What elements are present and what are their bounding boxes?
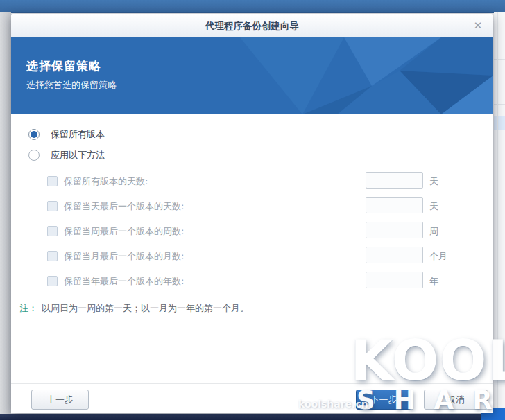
background-right-strip (494, 12, 505, 414)
radio-apply-methods[interactable]: 应用以下方法 (28, 149, 105, 161)
rule-label: 保留所有版本的天数: (64, 175, 148, 188)
page-subtitle: 选择您首选的保留策略 (26, 79, 117, 91)
rule-unit: 年 (429, 275, 438, 288)
rule-value-input[interactable] (366, 172, 423, 189)
cancel-button[interactable]: 取消 (424, 390, 488, 410)
rule-unit: 个月 (429, 250, 447, 263)
wizard-dialog: 代理程序备份创建向导 ✕ 选择保留策略 选择您首选的保留策略 保留所有版本 应用… (11, 14, 493, 413)
rule-value-input[interactable] (366, 272, 423, 288)
step-banner: 选择保留策略 选择您首选的保留策略 (11, 37, 493, 114)
checkbox-icon[interactable] (47, 176, 58, 186)
background-window-top-strip (0, 0, 505, 13)
rule-label: 保留当天最后一个版本的天数: (64, 200, 184, 213)
radio-icon[interactable] (28, 150, 40, 161)
radio-keep-all-versions[interactable]: 保留所有版本 (28, 128, 105, 141)
radio-icon[interactable] (28, 129, 40, 140)
rule-value-input[interactable] (366, 247, 423, 263)
footer-divider (11, 383, 493, 384)
rule-unit: 天 (429, 200, 438, 213)
checkbox-icon[interactable] (47, 226, 58, 236)
dialog-title: 代理程序备份创建向导 (11, 14, 493, 37)
rule-value-input[interactable] (366, 197, 423, 213)
note-prefix: 注： (19, 303, 37, 313)
rule-label: 保留当年最后一个版本的年数: (64, 275, 184, 288)
background-left-strip (0, 12, 11, 420)
banner-text: 选择保留策略 选择您首选的保留策略 (26, 58, 117, 91)
background-divider (494, 59, 505, 60)
background-divider (497, 12, 498, 414)
rule-row-daily-version-days: 保留当天最后一个版本的天数: 天 (47, 197, 493, 215)
background-selected-row (494, 116, 505, 130)
checkbox-icon[interactable] (47, 251, 58, 261)
close-icon[interactable]: ✕ (472, 19, 484, 32)
note-text: 注：以周日为一周的第一天；以一月为一年的第一个月。 (19, 302, 249, 315)
rule-row-keep-days: 保留所有版本的天数: 天 (47, 172, 493, 190)
background-divider (494, 104, 505, 105)
back-button[interactable]: 上一步 (31, 390, 89, 410)
rule-value-input[interactable] (366, 222, 423, 238)
radio-label: 保留所有版本 (51, 128, 105, 141)
note-body: 以周日为一周的第一天；以一月为一年的第一个月。 (42, 303, 249, 313)
dialog-titlebar: 代理程序备份创建向导 ✕ (11, 14, 493, 38)
rule-unit: 周 (429, 225, 438, 238)
rule-label: 保留当周最后一个版本的周数: (64, 225, 184, 238)
checkbox-icon[interactable] (47, 201, 58, 211)
page-title: 选择保留策略 (26, 58, 117, 74)
radio-label: 应用以下方法 (51, 149, 105, 161)
rule-unit: 天 (429, 175, 438, 188)
checkbox-icon[interactable] (47, 276, 58, 286)
rule-row-yearly-version-years: 保留当年最后一个版本的年数: 年 (47, 272, 493, 290)
rule-row-weekly-version-weeks: 保留当周最后一个版本的周数: 周 (47, 222, 493, 240)
rule-row-monthly-version-months: 保留当月最后一个版本的月数: 个月 (47, 247, 493, 265)
background-bottom-strip (0, 414, 505, 420)
next-button[interactable]: 下一步 (356, 390, 411, 410)
rule-label: 保留当月最后一个版本的月数: (64, 250, 184, 263)
